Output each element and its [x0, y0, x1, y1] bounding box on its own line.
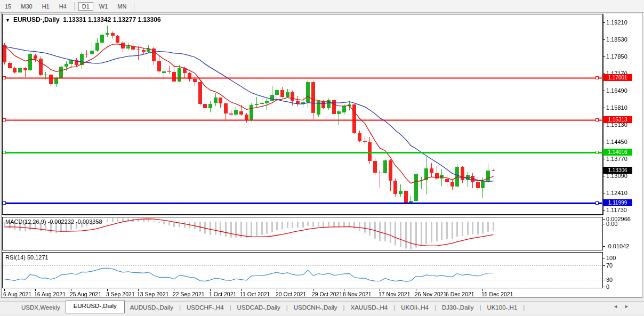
price-tick-label: 1.11730 [606, 207, 627, 213]
tab-scroll-right-icon[interactable]: ► [624, 304, 635, 309]
price-tick-mark [602, 22, 605, 23]
price-tick-mark [602, 176, 605, 176]
price-tick-label: 1.16490 [606, 87, 627, 94]
rsi-scale-label: 0 [606, 283, 609, 290]
date-tick-label: 6 Dec 2021 [446, 291, 474, 297]
date-tick-label: 11 Oct 2021 [240, 291, 270, 297]
macd-tick-mark [602, 246, 605, 247]
hline-price-label: 1.17001 [603, 74, 632, 81]
date-tick-label: 25 Aug 2021 [70, 291, 101, 297]
price-tick-label: 1.17850 [606, 53, 627, 60]
hline-price-label: 1.15313 [603, 116, 632, 123]
date-tick-label: 1 Oct 2021 [209, 291, 236, 297]
price-tick-label: 1.18530 [606, 36, 627, 43]
date-tick-label: 15 Dec 2021 [481, 291, 513, 297]
date-tick-label: 17 Nov 2021 [379, 291, 410, 297]
date-tick-label: 20 Oct 2021 [276, 291, 306, 297]
macd-tick-mark [602, 219, 605, 220]
price-tick-mark [602, 125, 605, 125]
rsi-indicator-label: RSI(14) 50.1271 [5, 254, 49, 261]
macd-scale-label: -0.01042 [606, 243, 629, 249]
current-price-label: 1.13306 [603, 167, 632, 174]
price-tick-mark [602, 142, 605, 142]
rsi-tick-mark [602, 287, 605, 287]
rsi-scale-label: 70 [606, 262, 613, 269]
date-tick-label: 6 Aug 2021 [3, 291, 31, 297]
price-tick-label: 1.13770 [606, 156, 627, 162]
price-tick-label: 1.15810 [606, 104, 627, 111]
date-tick-label: 16 Aug 2021 [34, 291, 66, 297]
chart-canvas[interactable] [0, 0, 644, 316]
price-tick-mark [602, 108, 605, 108]
price-tick-label: 1.12410 [606, 190, 627, 196]
macd-scale-label: 0.00 [606, 221, 617, 227]
date-tick-label: 13 Sep 2021 [137, 291, 169, 297]
chart-title: ▼EURUSD-,Daily 1.13331 1.13342 1.13277 1… [5, 16, 161, 23]
date-tick-label: 22 Sep 2021 [173, 291, 205, 297]
price-tick-mark [602, 159, 605, 159]
mt4-window: { "toolbar": { "buttons": ["15", "M30", … [0, 0, 644, 316]
date-tick-label: 26 Nov 2021 [415, 291, 447, 297]
rsi-scale-label: 30 [606, 277, 613, 283]
date-tick-label: 8 Nov 2021 [343, 291, 372, 297]
macd-indicator-label: MACD(12,26,9) -0.002232 -0.003358 [5, 218, 102, 225]
macd-tick-mark [602, 224, 605, 224]
price-tick-mark [602, 56, 605, 57]
hline-price-label: 1.11999 [603, 199, 632, 206]
rsi-tick-mark [602, 258, 605, 258]
rsi-tick-mark [602, 280, 605, 280]
price-tick-mark [602, 39, 605, 40]
chart-symbol-label: EURUSD-,Daily [13, 16, 60, 23]
tab-scroll-arrows: ◄► [613, 304, 635, 309]
price-tick-mark [602, 193, 605, 193]
date-tick-label: 29 Oct 2021 [312, 291, 342, 297]
rsi-scale-label: 100 [606, 255, 616, 261]
price-tick-label: 1.19210 [606, 19, 627, 26]
hline-price-label: 1.14016 [603, 149, 632, 156]
rsi-tick-mark [602, 265, 605, 266]
chevron-down-icon[interactable]: ▼ [5, 18, 10, 23]
tab-scroll-left-icon[interactable]: ◄ [613, 304, 624, 309]
price-tick-mark [602, 210, 605, 210]
price-tick-mark [602, 91, 605, 91]
price-tick-label: 1.14450 [606, 139, 627, 145]
chart-ohlc-values: 1.13331 1.13342 1.13277 1.13306 [63, 16, 161, 23]
date-tick-label: 3 Sep 2021 [106, 291, 135, 297]
